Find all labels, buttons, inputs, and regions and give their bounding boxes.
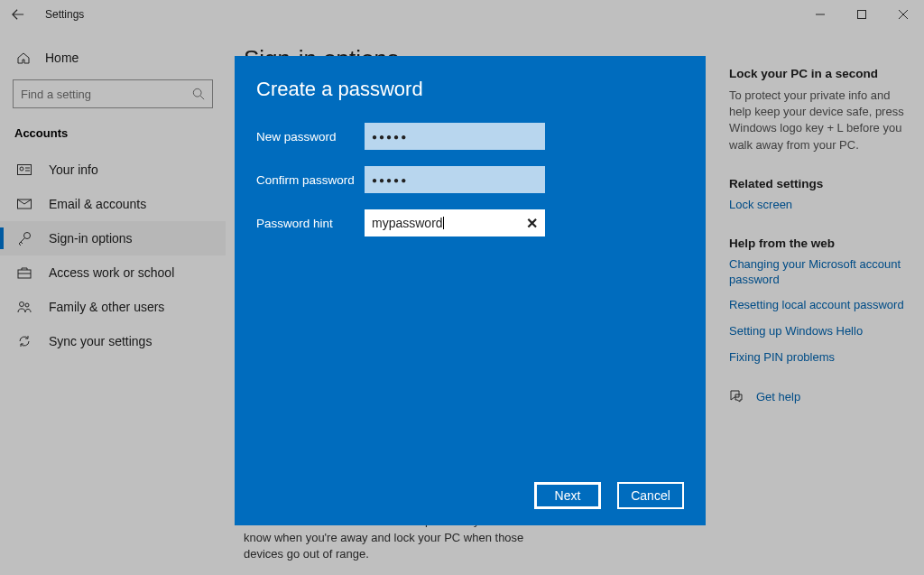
clear-hint-button[interactable]: ✕	[526, 215, 538, 232]
password-hint-value: mypassword	[372, 216, 443, 230]
password-hint-input[interactable]: mypassword ✕	[365, 209, 545, 236]
password-hint-label: Password hint	[256, 217, 365, 230]
cancel-button[interactable]: Cancel	[617, 482, 684, 509]
new-password-label: New password	[256, 130, 365, 144]
dialog-title: Create a password	[256, 78, 684, 101]
new-password-input[interactable]: ●●●●●	[365, 123, 545, 150]
confirm-password-input[interactable]: ●●●●●	[365, 166, 545, 193]
next-button[interactable]: Next	[534, 482, 601, 509]
confirm-password-label: Confirm password	[256, 173, 365, 187]
create-password-dialog: Create a password New password ●●●●● Con…	[235, 56, 706, 525]
